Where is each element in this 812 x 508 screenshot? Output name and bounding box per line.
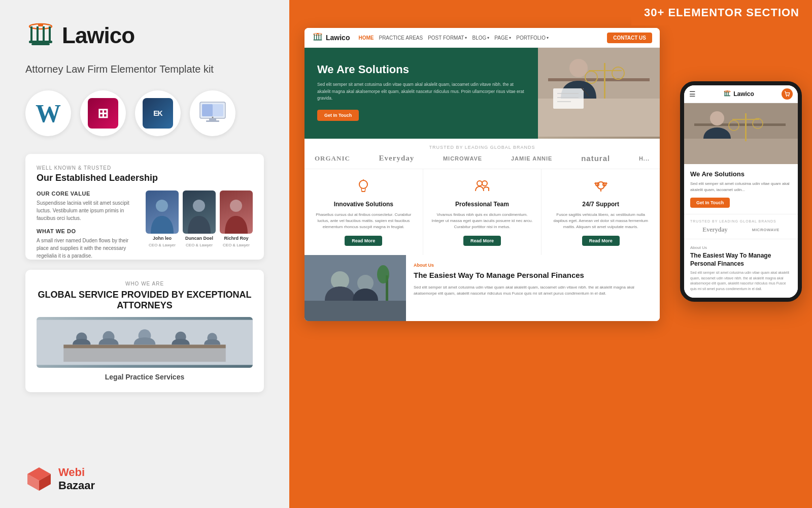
elementor-badge: 30+ ELEMENTOR SECTION — [631, 0, 812, 25]
hero-section: We Are Solutions Sed elit semper sit ame… — [304, 48, 660, 139]
nav-logo: Lawico — [312, 32, 350, 43]
person-silhouette-2 — [183, 196, 216, 234]
team-member-2: Duncan Doel CEO & Lawyer — [183, 190, 216, 247]
services-section: Innovative Solutions Phasellus cursus du… — [304, 169, 660, 255]
team-member-2-name: Duncan Doel — [185, 236, 213, 241]
nav-post-format[interactable]: POST FORMAT ▾ — [428, 35, 467, 41]
team-member-2-role: CEO & Lawyer — [186, 243, 213, 247]
service-card-1: Innovative Solutions Phasellus cursus du… — [304, 169, 423, 255]
brands-row: ORGANIC Everyday MICROWAVE JAMIE ANNIE n… — [315, 154, 650, 163]
svg-point-52 — [482, 181, 487, 186]
desktop-nav: Lawico HOME PRACTICE AREAS POST FORMAT ▾… — [304, 28, 660, 48]
svg-rect-65 — [726, 91, 727, 95]
monitor-icon-circle — [190, 90, 235, 136]
about-image-svg — [304, 255, 406, 321]
nav-blog[interactable]: BLOG ▾ — [472, 35, 489, 41]
svg-rect-37 — [548, 78, 650, 81]
elementor-icon-circle: ⊞ — [80, 90, 126, 136]
svg-rect-29 — [314, 34, 315, 39]
nav-links: HOME PRACTICE AREAS POST FORMAT ▾ BLOG ▾… — [358, 35, 601, 41]
mobile-about-section: About Us The Easiest Way To Manage Perso… — [684, 239, 798, 298]
mobile-logo-text: Lawico — [733, 90, 754, 98]
brand-name: Lawico — [62, 23, 134, 48]
bazaar-text: Bazaar — [58, 479, 95, 492]
team-member-3: Richrd Roy CEO & Lawyer — [220, 190, 253, 247]
hero-image-svg — [538, 48, 660, 137]
leadership-title: Our Established Leadership — [37, 173, 253, 183]
well-known-tag: WELL KNOWN & TRUSTED — [37, 165, 253, 171]
team-member-1-photo — [146, 190, 179, 234]
service-3-btn[interactable]: Read More — [582, 236, 620, 246]
about-title: The Easiest Way To Manage Personal Finan… — [414, 270, 652, 280]
mobile-about-description: Sed elit semper sit amet cotusima udin v… — [690, 270, 792, 292]
chevron-down-icon: ▾ — [509, 36, 511, 40]
svg-point-15 — [193, 200, 205, 212]
core-value-title: OUR CORE VALUE — [37, 190, 138, 197]
service-1-title: Innovative Solutions — [312, 201, 415, 208]
hero-cta-button[interactable]: Get In Touch — [317, 110, 359, 121]
elementor-badge-text: 30+ ELEMENTOR SECTION — [644, 6, 799, 19]
innovative-solutions-icon — [312, 178, 415, 197]
svg-rect-64 — [725, 91, 726, 95]
brand-organic: ORGANIC — [315, 154, 350, 163]
about-right: About Us The Easiest Way To Manage Perso… — [406, 255, 660, 321]
mobile-about-title: The Easiest Way To Manage Personal Finan… — [690, 252, 792, 268]
lawico-logo-icon — [25, 20, 56, 51]
svg-point-13 — [212, 117, 214, 118]
svg-rect-11 — [209, 118, 216, 120]
svg-rect-74 — [745, 113, 747, 141]
service-card-3: 24/7 Support Fusce sagittis vehicula lib… — [542, 169, 660, 255]
mobile-nav-bar: ☰ Lawico — [684, 85, 798, 103]
global-service-card: WHO WE ARE GLOBAL SERVICE PROVIDED BY EX… — [25, 270, 264, 392]
brands-label: TRUSTED BY LEADING GLOBAL BRANDS — [315, 145, 650, 150]
service-1-btn[interactable]: Read More — [345, 236, 382, 246]
mobile-logo-icon — [723, 90, 731, 98]
brand-tagline: Attorney Law Firm Elementor Template kit — [25, 64, 264, 75]
brand-microwave: MICROWAVE — [443, 155, 482, 162]
svg-rect-5 — [29, 41, 52, 43]
service-2-title: Professional Team — [431, 201, 534, 208]
global-title: GLOBAL SERVICE PROVIDED BY EXCEPTIONAL A… — [37, 290, 253, 311]
team-member-3-photo — [220, 190, 253, 234]
svg-rect-1 — [30, 26, 32, 41]
svg-rect-60 — [304, 301, 406, 321]
svg-rect-43 — [553, 88, 584, 109]
nav-portfolio[interactable]: PORTFOLIO ▾ — [516, 35, 549, 41]
hamburger-icon[interactable]: ☰ — [689, 90, 696, 98]
team-member-3-role: CEO & Lawyer — [223, 243, 250, 247]
svg-rect-38 — [604, 63, 605, 99]
service-3-desc: Fusce sagittis vehicula libero, ac vesti… — [549, 212, 652, 230]
team-member-2-photo — [183, 190, 216, 234]
nav-home[interactable]: HOME — [358, 35, 374, 41]
hero-title: We Are Solutions — [317, 63, 525, 76]
team-member-1-name: John leo — [153, 236, 172, 241]
leadership-body: OUR CORE VALUE Suspendisse lacinia velit… — [37, 190, 253, 260]
svg-rect-30 — [316, 34, 317, 39]
about-image — [304, 255, 406, 321]
core-value-text: Suspendisse lacinia velit sit amet susci… — [37, 199, 138, 222]
mobile-brand-microwave: MICROWAVE — [752, 228, 780, 232]
webibazaar-icon — [25, 465, 53, 493]
about-section: About Us The Easiest Way To Manage Perso… — [304, 255, 660, 321]
mobile-hero-cta-button[interactable]: Get In Touch — [690, 198, 730, 208]
right-section: 30+ ELEMENTOR SECTION Lawico HOME PRACTI — [289, 0, 812, 508]
svg-point-78 — [710, 111, 724, 125]
monitor-icon — [198, 100, 227, 126]
nav-practice[interactable]: PRACTICE AREAS — [379, 35, 423, 41]
global-image: ▶ — [37, 317, 253, 368]
webibazaar-text: Webi Bazaar — [58, 466, 95, 492]
contact-us-button[interactable]: CONTACT US — [607, 33, 652, 43]
mobile-brand-everyday: Everyday — [702, 226, 727, 234]
team-member-1: John leo CEO & Lawyer — [146, 190, 179, 247]
svg-rect-24 — [63, 348, 226, 362]
team-member-3-name: Richrd Roy — [224, 236, 248, 241]
tech-icons-row: W ⊞ EK — [25, 90, 264, 136]
nav-page[interactable]: PAGE ▾ — [494, 35, 511, 41]
svg-rect-18 — [63, 344, 226, 348]
svg-rect-66 — [728, 91, 729, 95]
service-2-btn[interactable]: Read More — [463, 236, 501, 246]
team-members-row: John leo CEO & Lawyer Duncan Doel CEO & … — [146, 190, 253, 260]
mobile-cart-icon[interactable] — [782, 88, 793, 100]
left-panel: Lawico Attorney Law Firm Elementor Templ… — [0, 0, 289, 508]
desktop-mockup: Lawico HOME PRACTICE AREAS POST FORMAT ▾… — [304, 28, 660, 321]
